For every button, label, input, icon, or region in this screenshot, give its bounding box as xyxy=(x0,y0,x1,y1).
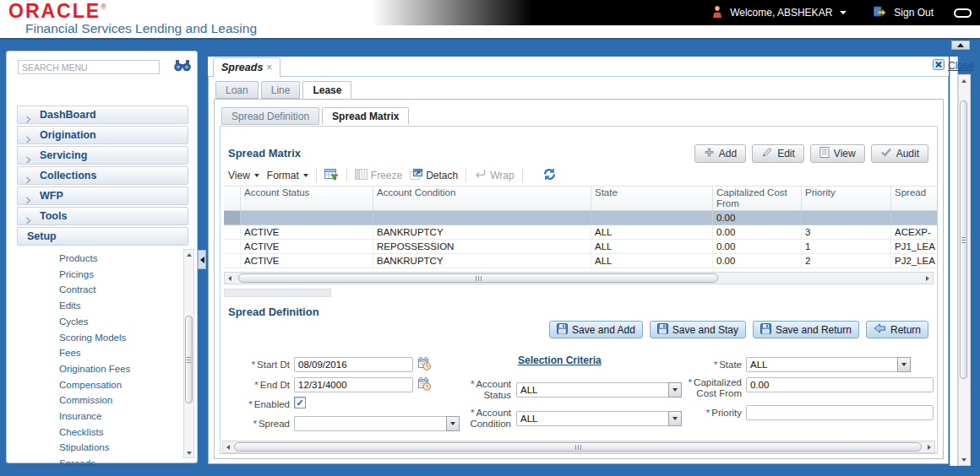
scroll-up-arrow-icon[interactable] xyxy=(959,76,968,85)
sidebar-scrollbar[interactable] xyxy=(183,249,194,458)
submenu-item-origination-fees[interactable]: Origination Fees xyxy=(59,361,176,377)
audit-icon xyxy=(880,148,892,160)
table-cell: 0.00 xyxy=(713,240,802,253)
account-condition-combo[interactable]: ALL xyxy=(516,411,682,426)
scroll-right-arrow-icon[interactable] xyxy=(924,441,934,452)
page-h-scrollbar[interactable] xyxy=(222,441,935,453)
collapse-up-button[interactable] xyxy=(951,41,970,50)
sidebar-item-dashboard[interactable]: DashBoard xyxy=(17,105,188,124)
account-status-combo[interactable]: ALL xyxy=(516,382,682,398)
submenu-item-edits[interactable]: Edits xyxy=(59,298,176,314)
sidebar-item-wfp[interactable]: WFP xyxy=(17,187,188,205)
column-header[interactable]: Capitalized Cost From xyxy=(713,187,802,210)
close-button[interactable]: Close xyxy=(933,59,974,73)
scroll-down-arrow-icon[interactable] xyxy=(959,455,968,464)
combo-arrow-icon[interactable] xyxy=(446,416,460,431)
freeze-button[interactable]: Freeze xyxy=(355,169,402,182)
page-v-scrollbar[interactable] xyxy=(958,74,971,466)
header-rule xyxy=(0,38,980,40)
collapse-up-icon xyxy=(957,43,964,47)
save-and-return-button[interactable]: Save and Return xyxy=(753,321,859,338)
query-by-example-button[interactable] xyxy=(324,168,339,183)
format-menu[interactable]: Format xyxy=(267,170,308,181)
search-icon[interactable] xyxy=(173,59,192,73)
wrap-icon xyxy=(474,169,487,181)
page-v-scroll-thumb[interactable] xyxy=(960,100,967,379)
view-button[interactable]: View xyxy=(810,144,865,163)
column-header[interactable]: Account Condition xyxy=(373,187,591,210)
caret-down-icon xyxy=(303,174,308,177)
spread-combo[interactable] xyxy=(294,416,460,431)
caret-down-icon[interactable] xyxy=(840,11,847,14)
scroll-up-arrow-icon[interactable] xyxy=(184,250,193,259)
search-input[interactable] xyxy=(18,60,160,74)
end-dt-field[interactable] xyxy=(294,377,413,392)
scroll-left-arrow-icon[interactable] xyxy=(225,273,235,284)
sidebar-collapse-handle[interactable] xyxy=(198,250,206,269)
user-icon xyxy=(712,5,722,21)
start-dt-field[interactable] xyxy=(294,357,413,372)
enabled-checkbox[interactable]: ✓ xyxy=(294,397,306,408)
content-panel: LoanLineLease Spread DefinitionSpread Ma… xyxy=(208,76,949,464)
column-header[interactable]: State xyxy=(591,187,713,210)
tab-spread-matrix[interactable]: Spread Matrix xyxy=(322,107,409,125)
return-button[interactable]: Return xyxy=(866,321,928,338)
edit-button[interactable]: Edit xyxy=(752,144,804,163)
priority-field[interactable] xyxy=(746,405,934,420)
submenu-item-pricings[interactable]: Pricings xyxy=(59,267,176,283)
sidebar-item-origination[interactable]: Origination xyxy=(17,126,188,144)
view-menu[interactable]: View xyxy=(228,170,259,181)
table-row[interactable]: ACTIVE BANKRUPTCY ALL 2 0.00 2 PJ2_LEA xyxy=(224,254,937,268)
tab-line[interactable]: Line xyxy=(261,81,301,99)
scroll-left-arrow-icon[interactable] xyxy=(223,441,233,452)
submenu-item-contract[interactable]: Contract xyxy=(59,282,176,298)
table-row[interactable]: ACTIVE BANKRUPTCY ALL 0.00 3 ACEXP- xyxy=(224,225,937,240)
submenu-item-insurance[interactable]: Insurance xyxy=(59,408,176,425)
submenu-item-fees[interactable]: Fees xyxy=(59,345,176,361)
submenu-item-products[interactable]: Products xyxy=(59,251,176,267)
state-combo[interactable]: ALL xyxy=(746,357,911,372)
combo-arrow-icon[interactable] xyxy=(897,357,911,372)
tab-loan[interactable]: Loan xyxy=(215,81,259,99)
refresh-button[interactable] xyxy=(542,168,557,183)
session-pill-icon[interactable] xyxy=(954,8,972,18)
signout-link[interactable]: Sign Out xyxy=(894,7,934,19)
sidebar-item-collections[interactable]: Collections xyxy=(17,166,188,185)
sidebar-scroll-thumb[interactable] xyxy=(185,316,193,403)
column-header[interactable]: Priority xyxy=(802,187,891,210)
sidebar-item-tools[interactable]: Tools xyxy=(17,207,188,225)
table-row[interactable]: ACTIVE REPOSSESSION ALL 0.00 1 PJ1_LEA xyxy=(224,240,937,254)
add-button[interactable]: Add xyxy=(694,144,746,163)
welcome-menu[interactable]: Welcome, ABSHEKAR xyxy=(730,7,832,19)
page-h-scroll-thumb[interactable] xyxy=(234,442,922,452)
submenu-item-scoring-models[interactable]: Scoring Models xyxy=(59,330,176,346)
capitalized-cost-from-field[interactable] xyxy=(746,377,934,392)
table-h-scroll-thumb[interactable] xyxy=(238,273,718,283)
scroll-down-arrow-icon[interactable] xyxy=(184,448,193,457)
submenu-item-stipulations[interactable]: Stipulations xyxy=(59,440,176,456)
scroll-right-arrow-icon[interactable] xyxy=(923,273,933,284)
tab-close-icon[interactable]: × xyxy=(266,62,272,73)
save-and-add-button[interactable]: Save and Add xyxy=(549,321,643,338)
tab-lease[interactable]: Lease xyxy=(302,81,351,99)
sidebar-item-setup[interactable]: Setup xyxy=(17,227,188,246)
page-tab-spreads[interactable]: Spreads× xyxy=(213,57,280,78)
column-header[interactable]: Spread xyxy=(891,187,937,210)
tab-spread-definition[interactable]: Spread Definition xyxy=(221,107,319,125)
submenu-item-cycles[interactable]: Cycles xyxy=(59,314,176,330)
column-header[interactable]: Account Status xyxy=(241,187,373,210)
table-row-selected[interactable]: 0.00 xyxy=(224,211,937,225)
calendar-icon[interactable] xyxy=(417,377,432,392)
submenu-item-commission[interactable]: Commission xyxy=(59,392,176,408)
submenu-item-checklists[interactable]: Checklists xyxy=(59,425,176,441)
save-and-stay-button[interactable]: Save and Stay xyxy=(650,321,746,338)
audit-button[interactable]: Audit xyxy=(871,144,928,163)
table-h-scrollbar[interactable] xyxy=(224,272,934,284)
wrap-button[interactable]: Wrap xyxy=(474,169,514,181)
refresh-icon xyxy=(542,168,557,183)
sidebar-item-servicing[interactable]: Servicing xyxy=(17,146,188,165)
submenu-item-spreads[interactable]: Spreads xyxy=(59,456,176,472)
detach-button[interactable]: Detach xyxy=(410,169,458,182)
calendar-icon[interactable] xyxy=(417,357,432,371)
submenu-item-compensation[interactable]: Compensation xyxy=(59,377,176,393)
